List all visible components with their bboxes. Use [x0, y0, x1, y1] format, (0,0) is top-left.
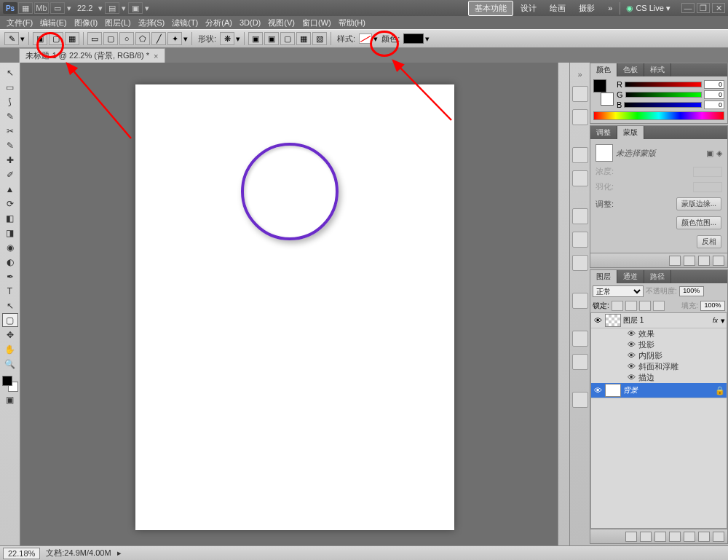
- combine-new-icon[interactable]: ▣: [248, 32, 263, 45]
- r-slider[interactable]: [625, 82, 702, 87]
- fill-pixels-icon[interactable]: ▦: [65, 32, 79, 45]
- fx-innershadow[interactable]: 👁 内阴影: [591, 350, 727, 361]
- chevron-down-icon[interactable]: ▾: [67, 4, 71, 13]
- canvas-area[interactable]: [20, 63, 569, 545]
- expand-dock-icon[interactable]: »: [577, 70, 582, 79]
- chevron-down-icon[interactable]: ▾: [183, 34, 188, 44]
- hand-tool[interactable]: ✋: [2, 342, 18, 356]
- eraser-tool[interactable]: ◧: [2, 211, 18, 225]
- screen-mode-icon[interactable]: ▣: [128, 2, 143, 14]
- trash-icon[interactable]: [713, 532, 724, 542]
- color-range-button[interactable]: 颜色范围...: [676, 216, 721, 229]
- quick-select-tool[interactable]: ✎: [2, 109, 18, 123]
- tab-swatches[interactable]: 色板: [617, 63, 644, 76]
- menu-filter[interactable]: 滤镜(T): [168, 17, 202, 28]
- info-panel-icon[interactable]: [572, 331, 588, 347]
- workspace-more[interactable]: »: [602, 2, 618, 14]
- shape-layers-icon[interactable]: ▣: [33, 32, 47, 45]
- brush-tool[interactable]: ✐: [2, 167, 18, 181]
- lock-image-icon[interactable]: [625, 301, 637, 311]
- quickmask-icon[interactable]: ▣: [2, 393, 18, 406]
- layer-row-background[interactable]: 👁 背景 🔒: [591, 383, 727, 398]
- mask-foot-icon[interactable]: [669, 256, 681, 266]
- actions-panel-icon[interactable]: [572, 109, 588, 125]
- menu-view[interactable]: 视图(V): [264, 17, 298, 28]
- styles-panel-icon[interactable]: [572, 392, 588, 408]
- combine-intersect-icon[interactable]: ▦: [296, 32, 311, 45]
- chevron-down-icon[interactable]: ▾: [721, 316, 725, 326]
- color-swatches[interactable]: [2, 376, 18, 392]
- fx-dropshadow[interactable]: 👁 投影: [591, 339, 727, 350]
- circle-shape[interactable]: [241, 143, 339, 240]
- menu-3d[interactable]: 3D(D): [236, 18, 264, 27]
- mask-foot-icon[interactable]: [684, 256, 695, 266]
- fx-header[interactable]: 👁 效果: [591, 328, 727, 339]
- opacity-value[interactable]: 100%: [679, 286, 704, 296]
- crop-tool[interactable]: ✂: [2, 124, 18, 138]
- tab-channels[interactable]: 通道: [617, 270, 644, 283]
- polygon-shape-icon[interactable]: ⬠: [135, 32, 150, 45]
- cslive-button[interactable]: ◉ CS Live ▾: [620, 2, 676, 15]
- fx-bevel[interactable]: 👁 斜面和浮雕: [591, 361, 727, 372]
- menu-edit[interactable]: 编辑(E): [36, 17, 71, 28]
- chevron-down-icon[interactable]: ▾: [373, 34, 378, 44]
- chevron-down-icon[interactable]: ▾: [122, 4, 126, 13]
- workspace-painting[interactable]: 绘画: [544, 1, 571, 15]
- style-none-icon[interactable]: [359, 33, 372, 44]
- minimize-icon[interactable]: ―: [681, 3, 695, 13]
- combine-add-icon[interactable]: ▣: [264, 32, 279, 45]
- menu-file[interactable]: 文件(F): [3, 17, 36, 28]
- document-canvas[interactable]: [135, 84, 454, 530]
- path-select-tool[interactable]: ↖: [2, 299, 18, 312]
- chevron-down-icon[interactable]: ▾: [236, 34, 240, 44]
- minibridge-icon[interactable]: Mb: [34, 2, 49, 14]
- 3d-tool[interactable]: ✥: [2, 328, 18, 342]
- mask-edge-button[interactable]: 蒙版边缘...: [676, 197, 721, 210]
- healing-tool[interactable]: ✚: [2, 153, 18, 167]
- swatches-panel-icon[interactable]: [572, 354, 588, 370]
- eyedropper-tool[interactable]: ✎: [2, 138, 18, 152]
- pen-tool[interactable]: ✒: [2, 269, 18, 283]
- ellipse-shape-icon[interactable]: ○: [119, 32, 134, 45]
- color-fg-bg-swatch[interactable]: [593, 79, 614, 106]
- zoom-level[interactable]: 22.2: [77, 4, 92, 12]
- g-input[interactable]: [704, 90, 724, 99]
- line-shape-icon[interactable]: ╱: [151, 32, 166, 45]
- chevron-down-icon[interactable]: ▾: [98, 4, 103, 13]
- lock-transparent-icon[interactable]: [612, 301, 623, 311]
- gradient-tool[interactable]: ◨: [2, 226, 18, 240]
- chevron-down-icon[interactable]: ▾: [425, 34, 430, 44]
- layer-name[interactable]: 图层 1: [623, 315, 713, 326]
- rect-shape-icon[interactable]: ▭: [87, 32, 102, 45]
- tab-styles[interactable]: 样式: [644, 63, 671, 76]
- link-layers-icon[interactable]: [625, 532, 637, 542]
- chevron-right-icon[interactable]: ▸: [117, 548, 122, 558]
- tool-preset-panel-icon[interactable]: [572, 293, 588, 309]
- close-icon[interactable]: ✕: [712, 3, 725, 13]
- visibility-icon[interactable]: 👁: [593, 386, 603, 395]
- menu-layer[interactable]: 图层(L): [101, 17, 134, 28]
- fx-badge[interactable]: fx: [713, 317, 718, 324]
- group-icon[interactable]: [684, 532, 695, 542]
- dodge-tool[interactable]: ◐: [2, 255, 18, 269]
- pixel-mask-icon[interactable]: ▣: [706, 149, 713, 158]
- para-panel-icon[interactable]: [572, 232, 588, 248]
- menu-image[interactable]: 图像(I): [71, 17, 101, 28]
- r-input[interactable]: [704, 80, 724, 89]
- workspace-essentials[interactable]: 基本功能: [468, 1, 513, 16]
- b-input[interactable]: [704, 100, 724, 109]
- brush-panel-icon[interactable]: [572, 147, 588, 163]
- workspace-design[interactable]: 设计: [515, 1, 542, 15]
- chevron-down-icon[interactable]: ▾: [20, 34, 25, 44]
- blur-tool[interactable]: ◉: [2, 240, 18, 254]
- layer-mask-icon[interactable]: [654, 532, 666, 542]
- char-panel-icon[interactable]: [572, 208, 588, 224]
- chevron-down-icon[interactable]: ▾: [145, 4, 149, 13]
- paths-icon[interactable]: ▢: [49, 32, 63, 45]
- tab-layers[interactable]: 图层: [590, 270, 617, 283]
- lock-all-icon[interactable]: [653, 301, 665, 311]
- visibility-icon[interactable]: 👁: [593, 316, 603, 325]
- foreground-color[interactable]: [2, 376, 12, 386]
- bridge-icon[interactable]: ▦: [18, 2, 33, 14]
- document-tab[interactable]: 未标题-1 @ 22.2% (背景, RGB/8) * ×: [19, 48, 165, 63]
